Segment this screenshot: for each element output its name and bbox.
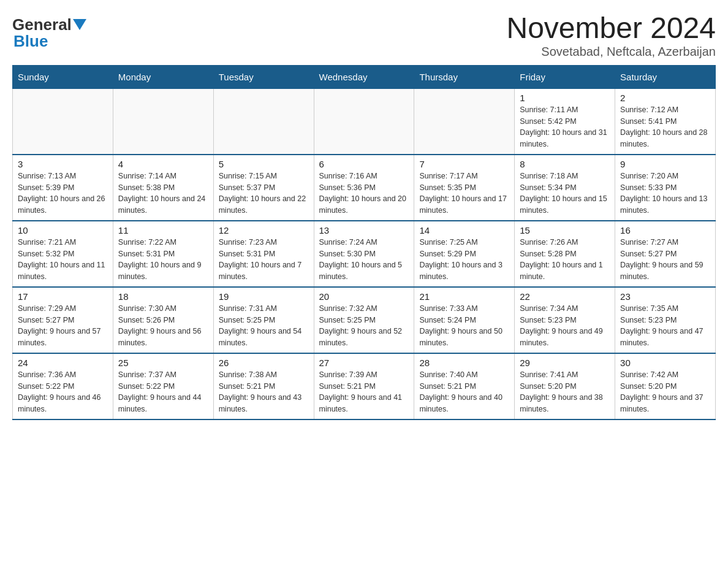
day-cell: 23Sunrise: 7:35 AM Sunset: 5:23 PM Dayli…: [615, 287, 716, 353]
day-cell: 21Sunrise: 7:33 AM Sunset: 5:24 PM Dayli…: [414, 287, 515, 353]
day-info: Sunrise: 7:39 AM Sunset: 5:21 PM Dayligh…: [319, 369, 409, 415]
week-row-2: 3Sunrise: 7:13 AM Sunset: 5:39 PM Daylig…: [13, 155, 716, 221]
day-cell: 12Sunrise: 7:23 AM Sunset: 5:31 PM Dayli…: [213, 221, 314, 287]
day-info: Sunrise: 7:21 AM Sunset: 5:32 PM Dayligh…: [18, 237, 108, 283]
day-number: 4: [118, 159, 208, 169]
day-cell: 25Sunrise: 7:37 AM Sunset: 5:22 PM Dayli…: [113, 353, 213, 419]
day-number: 18: [118, 291, 208, 302]
day-number: 1: [520, 93, 610, 103]
day-number: 13: [319, 225, 409, 236]
week-row-4: 17Sunrise: 7:29 AM Sunset: 5:27 PM Dayli…: [13, 287, 716, 353]
day-cell: 15Sunrise: 7:26 AM Sunset: 5:28 PM Dayli…: [515, 221, 615, 287]
calendar-header: SundayMondayTuesdayWednesdayThursdayFrid…: [13, 65, 716, 88]
day-info: Sunrise: 7:23 AM Sunset: 5:31 PM Dayligh…: [219, 237, 309, 283]
svg-marker-0: [73, 19, 86, 30]
day-cell: 24Sunrise: 7:36 AM Sunset: 5:22 PM Dayli…: [13, 353, 113, 419]
day-cell: [13, 88, 113, 155]
week-row-3: 10Sunrise: 7:21 AM Sunset: 5:32 PM Dayli…: [13, 221, 716, 287]
week-row-1: 1Sunrise: 7:11 AM Sunset: 5:42 PM Daylig…: [13, 88, 716, 155]
day-info: Sunrise: 7:27 AM Sunset: 5:27 PM Dayligh…: [620, 237, 710, 283]
day-cell: 20Sunrise: 7:32 AM Sunset: 5:25 PM Dayli…: [314, 287, 414, 353]
day-number: 7: [419, 159, 509, 169]
title-block: November 2024 Sovetabad, Neftcala, Azerb…: [506, 12, 716, 59]
calendar-table: SundayMondayTuesdayWednesdayThursdayFrid…: [12, 65, 716, 420]
day-info: Sunrise: 7:25 AM Sunset: 5:29 PM Dayligh…: [419, 237, 509, 283]
day-cell: 30Sunrise: 7:42 AM Sunset: 5:20 PM Dayli…: [615, 353, 716, 419]
day-number: 15: [520, 225, 610, 236]
day-info: Sunrise: 7:20 AM Sunset: 5:33 PM Dayligh…: [620, 170, 710, 216]
day-info: Sunrise: 7:30 AM Sunset: 5:26 PM Dayligh…: [118, 303, 208, 349]
day-cell: 29Sunrise: 7:41 AM Sunset: 5:20 PM Dayli…: [515, 353, 615, 419]
header-day-friday: Friday: [515, 65, 615, 88]
day-info: Sunrise: 7:33 AM Sunset: 5:24 PM Dayligh…: [419, 303, 509, 349]
day-cell: 19Sunrise: 7:31 AM Sunset: 5:25 PM Dayli…: [213, 287, 314, 353]
day-cell: 18Sunrise: 7:30 AM Sunset: 5:26 PM Dayli…: [113, 287, 213, 353]
day-number: 26: [219, 358, 309, 368]
day-number: 23: [620, 291, 710, 302]
calendar-body: 1Sunrise: 7:11 AM Sunset: 5:42 PM Daylig…: [13, 88, 716, 419]
day-number: 28: [419, 358, 509, 368]
day-info: Sunrise: 7:29 AM Sunset: 5:27 PM Dayligh…: [18, 303, 108, 349]
day-number: 29: [520, 358, 610, 368]
day-number: 19: [219, 291, 309, 302]
header-day-tuesday: Tuesday: [213, 65, 314, 88]
day-cell: 14Sunrise: 7:25 AM Sunset: 5:29 PM Dayli…: [414, 221, 515, 287]
day-number: 9: [620, 159, 710, 169]
day-number: 2: [620, 93, 710, 103]
day-cell: 16Sunrise: 7:27 AM Sunset: 5:27 PM Dayli…: [615, 221, 716, 287]
day-cell: 8Sunrise: 7:18 AM Sunset: 5:34 PM Daylig…: [515, 155, 615, 221]
day-info: Sunrise: 7:41 AM Sunset: 5:20 PM Dayligh…: [520, 369, 610, 415]
day-number: 3: [18, 159, 108, 169]
day-number: 25: [118, 358, 208, 368]
day-number: 22: [520, 291, 610, 302]
day-cell: 9Sunrise: 7:20 AM Sunset: 5:33 PM Daylig…: [615, 155, 716, 221]
day-cell: [113, 88, 213, 155]
day-info: Sunrise: 7:18 AM Sunset: 5:34 PM Dayligh…: [520, 170, 610, 216]
day-cell: 1Sunrise: 7:11 AM Sunset: 5:42 PM Daylig…: [515, 88, 615, 155]
day-number: 5: [219, 159, 309, 169]
header-row: SundayMondayTuesdayWednesdayThursdayFrid…: [13, 65, 716, 88]
day-cell: 7Sunrise: 7:17 AM Sunset: 5:35 PM Daylig…: [414, 155, 515, 221]
day-number: 24: [18, 358, 108, 368]
day-info: Sunrise: 7:24 AM Sunset: 5:30 PM Dayligh…: [319, 237, 409, 283]
day-number: 8: [520, 159, 610, 169]
page-subtitle: Sovetabad, Neftcala, Azerbaijan: [506, 45, 716, 59]
day-info: Sunrise: 7:17 AM Sunset: 5:35 PM Dayligh…: [419, 170, 509, 216]
day-info: Sunrise: 7:35 AM Sunset: 5:23 PM Dayligh…: [620, 303, 710, 349]
day-cell: 13Sunrise: 7:24 AM Sunset: 5:30 PM Dayli…: [314, 221, 414, 287]
day-cell: 22Sunrise: 7:34 AM Sunset: 5:23 PM Dayli…: [515, 287, 615, 353]
day-number: 6: [319, 159, 409, 169]
day-cell: 11Sunrise: 7:22 AM Sunset: 5:31 PM Dayli…: [113, 221, 213, 287]
day-info: Sunrise: 7:40 AM Sunset: 5:21 PM Dayligh…: [419, 369, 509, 415]
day-cell: 26Sunrise: 7:38 AM Sunset: 5:21 PM Dayli…: [213, 353, 314, 419]
day-cell: 3Sunrise: 7:13 AM Sunset: 5:39 PM Daylig…: [13, 155, 113, 221]
day-number: 11: [118, 225, 208, 236]
day-info: Sunrise: 7:32 AM Sunset: 5:25 PM Dayligh…: [319, 303, 409, 349]
day-number: 16: [620, 225, 710, 236]
day-cell: 27Sunrise: 7:39 AM Sunset: 5:21 PM Dayli…: [314, 353, 414, 419]
day-info: Sunrise: 7:11 AM Sunset: 5:42 PM Dayligh…: [520, 104, 610, 150]
week-row-5: 24Sunrise: 7:36 AM Sunset: 5:22 PM Dayli…: [13, 353, 716, 419]
day-info: Sunrise: 7:13 AM Sunset: 5:39 PM Dayligh…: [18, 170, 108, 216]
page-title: November 2024: [506, 12, 716, 45]
day-number: 14: [419, 225, 509, 236]
day-cell: 10Sunrise: 7:21 AM Sunset: 5:32 PM Dayli…: [13, 221, 113, 287]
day-info: Sunrise: 7:16 AM Sunset: 5:36 PM Dayligh…: [319, 170, 409, 216]
header-day-sunday: Sunday: [13, 65, 113, 88]
day-info: Sunrise: 7:34 AM Sunset: 5:23 PM Dayligh…: [520, 303, 610, 349]
day-cell: 17Sunrise: 7:29 AM Sunset: 5:27 PM Dayli…: [13, 287, 113, 353]
day-info: Sunrise: 7:22 AM Sunset: 5:31 PM Dayligh…: [118, 237, 208, 283]
day-number: 17: [18, 291, 108, 302]
day-info: Sunrise: 7:36 AM Sunset: 5:22 PM Dayligh…: [18, 369, 108, 415]
day-number: 12: [219, 225, 309, 236]
day-info: Sunrise: 7:12 AM Sunset: 5:41 PM Dayligh…: [620, 104, 710, 150]
day-cell: 5Sunrise: 7:15 AM Sunset: 5:37 PM Daylig…: [213, 155, 314, 221]
day-cell: [314, 88, 414, 155]
day-info: Sunrise: 7:31 AM Sunset: 5:25 PM Dayligh…: [219, 303, 309, 349]
page-header: General Blue November 2024 Sovetabad, Ne…: [12, 12, 716, 59]
logo-blue-text: Blue: [13, 32, 48, 51]
day-number: 27: [319, 358, 409, 368]
day-number: 10: [18, 225, 108, 236]
day-cell: 28Sunrise: 7:40 AM Sunset: 5:21 PM Dayli…: [414, 353, 515, 419]
header-day-thursday: Thursday: [414, 65, 515, 88]
